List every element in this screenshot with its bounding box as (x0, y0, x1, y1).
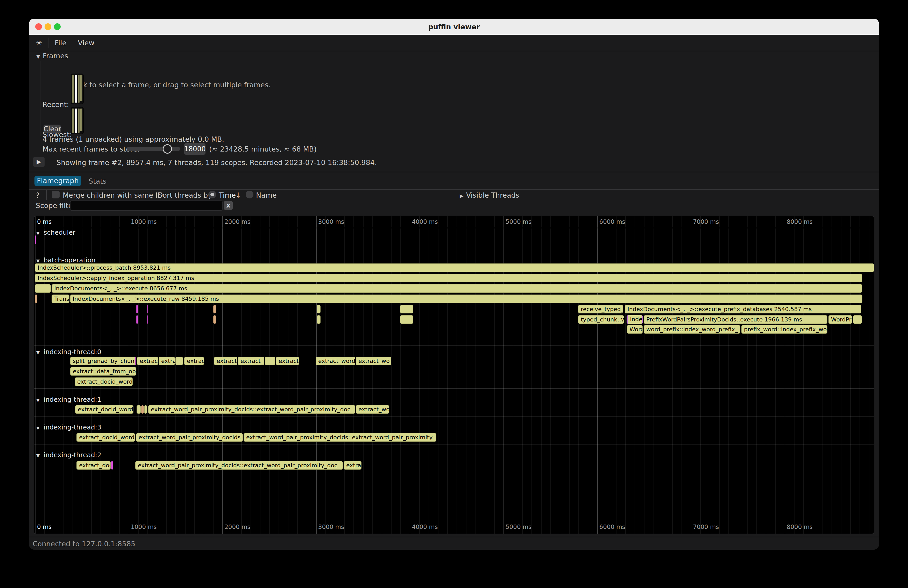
scope-bar[interactable]: extract (137, 357, 158, 365)
scope-bar[interactable]: typed_chunk::w (578, 315, 624, 324)
sort-direction-icon[interactable]: ↓ (235, 191, 241, 199)
scope-bar[interactable]: extract_word_pair_proximity_docids (136, 433, 243, 442)
menu-view[interactable]: View (78, 39, 94, 47)
scope-bar[interactable]: Trans (52, 294, 69, 303)
scope-bar[interactable] (213, 315, 216, 324)
scope-bar[interactable]: extract_ (214, 357, 237, 365)
scope-bar[interactable]: extract_wo (356, 357, 391, 365)
close-window-button[interactable] (35, 23, 42, 30)
scope-bar[interactable]: extrac (184, 357, 204, 365)
scope-bar[interactable]: receive_typed_ (578, 305, 623, 313)
scope-filter-input[interactable] (70, 201, 222, 211)
scope-bar[interactable]: Word (627, 325, 642, 334)
recent-frames-thumbnail[interactable] (71, 74, 84, 104)
visible-threads-header[interactable]: ▶Visible Threads (460, 191, 519, 199)
scope-bar[interactable] (144, 405, 147, 414)
scope-bar[interactable] (317, 315, 320, 324)
thread-header-batch-operation[interactable]: ▼ batch-operation (36, 257, 96, 264)
theme-toggle-icon[interactable]: ☀ (36, 39, 42, 47)
scope-bar[interactable] (136, 305, 138, 313)
sort-time-label[interactable]: Time (219, 191, 236, 199)
scope-bar[interactable]: extract_docid_word (75, 405, 134, 414)
thread-header-indexing-thread-0[interactable]: ▼ indexing-thread:0 (36, 348, 101, 356)
scope-bar[interactable] (400, 305, 413, 313)
frame-thumbnail-bar[interactable] (78, 109, 80, 133)
scope-bar[interactable]: WordPr (828, 315, 852, 324)
scope-bar[interactable]: extract_doc (76, 461, 111, 470)
sort-name-label[interactable]: Name (256, 191, 277, 199)
scope-bar[interactable]: extra (159, 357, 175, 365)
thread-header-indexing-thread-2[interactable]: ▼ indexing-thread:2 (36, 451, 101, 459)
frame-thumbnail-bar[interactable] (80, 109, 82, 131)
scope-bar[interactable]: IndexDocuments<_, _>::execute_raw 8459.1… (70, 294, 862, 303)
scope-bar[interactable]: PrefixWordPairsProximityDocids::execute … (644, 315, 828, 324)
tab-stats[interactable]: Stats (89, 177, 106, 185)
minimize-window-button[interactable] (45, 23, 51, 30)
scope-bar[interactable]: extract_word_pair_proximity_docids::extr… (243, 433, 436, 442)
scope-bar[interactable] (111, 461, 113, 470)
slowest-frames-thumbnail[interactable] (71, 107, 84, 134)
merge-children-label[interactable]: Merge children with same ID (63, 191, 163, 199)
scope-bar[interactable] (35, 284, 51, 293)
thread-header-indexing-thread-3[interactable]: ▼ indexing-thread:3 (36, 424, 101, 431)
scope-bar[interactable]: extract_word_pair_proximity_docids::extr… (135, 461, 343, 470)
scope-bar[interactable]: extract_docid_word (75, 378, 133, 386)
frame-thumbnail-bar-selected[interactable] (75, 109, 77, 133)
scope-bar[interactable] (853, 315, 862, 324)
scope-bar[interactable] (147, 315, 148, 324)
scope-bar[interactable] (317, 305, 320, 313)
scope-bar[interactable]: prefix_word::index_prefix_wo (741, 325, 828, 334)
max-frames-slider-thumb[interactable] (163, 144, 172, 154)
scope-bar[interactable]: IndexScheduler>::process_batch 8953.821 … (35, 263, 874, 272)
scope-bar[interactable] (147, 305, 148, 313)
scope-bar[interactable] (136, 315, 138, 324)
clear-button[interactable]: Clear (43, 125, 61, 133)
frame-thumbnail-bar[interactable] (78, 75, 80, 103)
scope-bar[interactable]: IndexScheduler>::apply_index_operation 8… (35, 274, 862, 282)
indent-guide (40, 61, 40, 136)
section-divider (34, 444, 874, 445)
scope-bar[interactable] (213, 305, 216, 313)
scope-bar[interactable]: extract_docid_word (76, 433, 135, 442)
scope-bar[interactable] (35, 235, 36, 244)
scope-bar[interactable]: extract_ (238, 357, 264, 365)
frame-thumbnail-bar[interactable] (80, 75, 82, 101)
scope-bar[interactable]: IndexDocuments<_, _>::execute_prefix_dat… (625, 305, 861, 313)
frame-thumbnail-bar[interactable] (72, 75, 74, 103)
sort-name-radio[interactable] (246, 191, 253, 198)
scope-bar[interactable] (137, 405, 141, 414)
merge-children-checkbox[interactable] (52, 191, 60, 198)
scope-bar[interactable]: extract_word_pair_proximity_docids::extr… (148, 405, 355, 414)
tab-flamegraph[interactable]: Flamegraph (34, 176, 81, 186)
max-frames-value[interactable]: 18000 (184, 143, 206, 155)
scope-bar[interactable]: extract::data_from_ob (70, 367, 136, 376)
scope-bar[interactable]: IndexDocuments<_, _>::execute 8656.677 m… (52, 284, 862, 293)
collapse-triangle-icon: ▼ (36, 258, 41, 263)
scope-bar[interactable] (135, 357, 136, 365)
sort-time-radio[interactable] (208, 191, 216, 198)
scope-bar[interactable] (141, 405, 144, 414)
play-button[interactable]: ▶ (33, 157, 45, 167)
scope-bar[interactable] (400, 315, 413, 324)
scope-bar[interactable] (35, 294, 37, 303)
scope-bar[interactable]: index (626, 315, 643, 324)
thread-header-scheduler[interactable]: ▼ scheduler (36, 229, 76, 236)
max-frames-slider[interactable] (127, 147, 180, 151)
scope-bar[interactable]: word_prefix::index_word_prefix_ (644, 325, 741, 334)
thread-header-indexing-thread-1[interactable]: ▼ indexing-thread:1 (36, 396, 101, 403)
help-button[interactable]: ? (36, 191, 39, 199)
flamegraph-panel[interactable]: 0 ms1000 ms2000 ms3000 ms4000 ms5000 ms6… (34, 216, 874, 534)
frame-thumbnail-bar-selected[interactable] (75, 75, 77, 103)
frames-section-header[interactable]: ▼Frames (36, 52, 68, 60)
menu-file[interactable]: File (55, 39, 66, 47)
scope-bar[interactable] (175, 357, 183, 365)
frame-thumbnail-bar[interactable] (72, 109, 74, 133)
scope-bar[interactable]: extract_wo (356, 405, 389, 414)
scope-bar[interactable]: extract (276, 357, 299, 365)
zoom-window-button[interactable] (54, 23, 61, 30)
scope-bar[interactable]: split_grenad_by_chun (70, 357, 135, 365)
scope-bar[interactable] (265, 357, 275, 365)
scope-bar[interactable]: extrac (344, 461, 362, 470)
clear-filter-button[interactable]: x (224, 201, 233, 210)
scope-bar[interactable]: extract_word (316, 357, 355, 365)
